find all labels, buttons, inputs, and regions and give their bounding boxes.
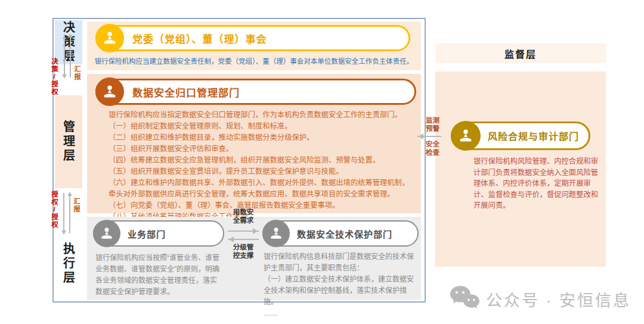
execution-flow-connector: 用数安全需求 分级管控支撑	[224, 208, 262, 260]
main-org-container: 决策层 管理层 执行层 党委（党组）、董（理）事会 银行保险机构应当建立数据安全…	[52, 18, 426, 303]
business-dept-text: 银行保险机构应当按照“谁管业务、谁管业务数据、谁管数据安全”的原则，明确各业务领…	[95, 253, 221, 298]
person-icon	[95, 77, 124, 106]
watermark: 公众号 · 安恒信息	[449, 285, 631, 313]
risk-audit-dept-pill: 风险合规与审计部门	[451, 122, 590, 150]
arrow-down-icon	[64, 35, 65, 77]
watermark-text: 公众号 · 安恒信息	[486, 288, 631, 311]
connector-report-bottom-label: 汇报	[72, 198, 80, 213]
layer-zone-management: 管理层	[55, 95, 82, 188]
panel-decision-layer: 党委（党组）、董（理）事会 银行保险机构应当建立数据安全责任制，党委（党组）、董…	[87, 21, 421, 70]
tech-dept-body: 银行保险机构信息科技部门是数据安全的技术保护主责部门，其主要职责包括： （一）建…	[264, 251, 416, 319]
supervision-header-band: 监督层	[435, 43, 606, 63]
business-dept-pill: 业务部门	[93, 220, 224, 247]
arrow-up-icon	[69, 193, 70, 233]
committee-pill: 党委（党组）、董（理）事会	[95, 25, 410, 51]
data-security-dept-pill-title: 数据安全归口管理部门	[132, 85, 240, 99]
layer-zone-execution: 执行层	[55, 238, 82, 289]
panel-management-layer: 数据安全归口管理部门 银行保险机构应当指定数据安全归口管理部门，作为本机构负责数…	[87, 74, 421, 213]
duty-line: （四）统筹建立数据安全应急管理机制，组织开展数据安全风险监测、预警与处置。	[109, 155, 413, 166]
arrow-left-icon	[228, 239, 259, 240]
wechat-icon	[449, 285, 480, 313]
duty-line: （六）建立和维护内部数据共享、外部数据引入、数据对外提供、数据出境的统筹管理机制…	[109, 177, 413, 200]
person-icon	[262, 220, 290, 247]
layer-label-management: 管理层	[60, 120, 78, 163]
person-icon	[95, 24, 124, 52]
layer-label-execution: 执行层	[60, 242, 78, 285]
supervision-panel: 风险合规与审计部门 银行保险机构风险管理、内控合规和审计部门负责将数据安全纳入全…	[435, 71, 606, 267]
duty-line: （二）组织建立和维护数据目录，推动实施数据分类分级保护。	[109, 132, 413, 144]
connector-authorize-label: 授权/授权	[50, 191, 58, 228]
committee-pill-title: 党委（党组）、董（理）事会	[132, 31, 267, 46]
person-icon	[93, 220, 120, 247]
data-security-dept-pill: 数据安全归口管理部门	[95, 79, 416, 105]
layer-label-decision: 决策层	[60, 21, 78, 64]
panel-execution-layer: 业务部门 数据安全技术保护部门 用数安全需求 分级管控支撑	[87, 217, 421, 300]
duty-line: （三）组织开展数据安全评估和审查。	[109, 144, 413, 155]
connector-decision-authorize-label: 决策/授权	[50, 58, 58, 95]
arrow-right-icon	[228, 230, 259, 232]
management-duties-text: 银行保险机构应当指定数据安全归口管理部门，作为本机构负责数据安全工作的主责部门。…	[109, 110, 413, 223]
connector-security-check-label: 安全检查	[426, 141, 444, 157]
connector-monitor-warn-label: 监测预警	[426, 117, 444, 133]
arrow-up-icon	[70, 35, 71, 77]
supervision-body-text: 银行保险机构风险管理、内控合规和审计部门负责将数据安全纳入全面风险管理体系、内控…	[473, 156, 600, 211]
business-dept-pill-title: 业务部门	[128, 228, 166, 240]
tech-dept-text-line: ……	[264, 308, 416, 319]
tech-protection-dept-pill-title: 数据安全技术保护部门	[297, 228, 392, 240]
arrow-down-icon	[63, 193, 64, 233]
tech-protection-dept-pill: 数据安全技术保护部门	[262, 220, 419, 247]
supervision-header: 监督层	[504, 46, 537, 61]
business-dept-body: 银行保险机构应当按照“谁管业务、谁管业务数据、谁管数据安全”的原则，明确各业务领…	[95, 253, 221, 298]
decision-caption: 银行保险机构应当建立数据安全责任制，党委（党组）、董（理）事会对本单位数据安全工…	[93, 56, 415, 66]
flow-label-support: 分级管控支撑	[231, 244, 255, 260]
person-icon	[451, 121, 481, 151]
connector-report-top-label: 汇报	[73, 66, 80, 80]
duty-line: （五）组织开展数据安全宣贯培训，提升员工数据安全保护意识与技能。	[109, 166, 413, 177]
risk-audit-dept-pill-title: 风险合规与审计部门	[488, 129, 579, 143]
layer-zone-decision: 决策层	[55, 20, 82, 64]
arrow-left-icon	[417, 136, 441, 137]
tech-dept-text-line: （一）建立数据安全技术保护体系，建立数据安全技术架构和保护控制基线，落实技术保护…	[264, 274, 416, 308]
duty-line: （一）组织制定数据安全管理原则、规划、制度和标准。	[109, 121, 413, 132]
tech-dept-text-line: 银行保险机构信息科技部门是数据安全的技术保护主责部门，其主要职责包括：	[264, 251, 416, 274]
flow-label-demand: 用数安全需求	[231, 208, 255, 225]
diagram-canvas: 决策层 管理层 执行层 党委（党组）、董（理）事会 银行保险机构应当建立数据安全…	[0, 0, 644, 324]
duty-line: 银行保险机构应当指定数据安全归口管理部门，作为本机构负责数据安全工作的主责部门。	[109, 110, 413, 121]
